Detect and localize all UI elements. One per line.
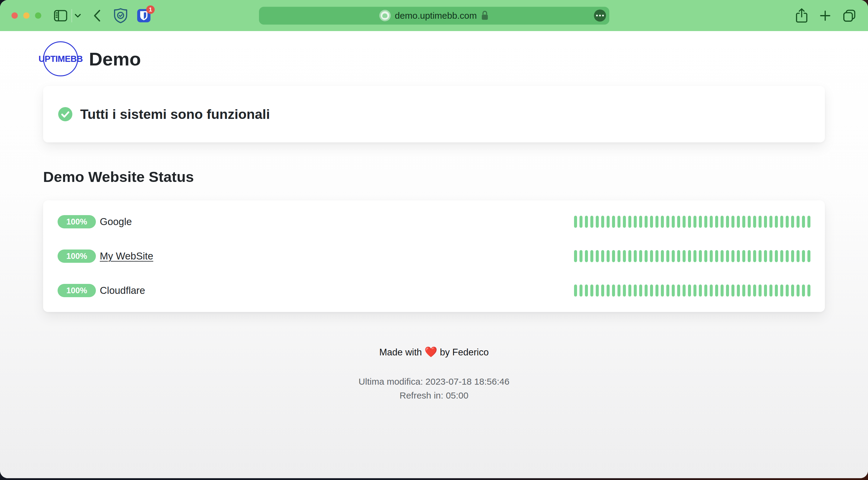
url-text: demo.uptimebb.com bbox=[395, 10, 477, 21]
uptime-bar bbox=[775, 250, 778, 262]
uptime-bar bbox=[607, 250, 610, 262]
uptime-bar bbox=[704, 250, 707, 262]
uptime-bar bbox=[764, 216, 767, 228]
credits-prefix: Made with bbox=[379, 347, 422, 358]
uptime-bar bbox=[791, 284, 794, 297]
uptime-bar bbox=[758, 284, 762, 297]
uptime-bar bbox=[612, 284, 615, 297]
ellipsis-icon[interactable] bbox=[594, 10, 606, 22]
last-update-text: Ultima modifica: 2023-07-18 18:56:46 bbox=[43, 375, 825, 389]
uptime-bar bbox=[650, 216, 653, 228]
uptime-bar bbox=[590, 216, 593, 228]
uptime-bar bbox=[672, 284, 675, 297]
uptime-bar bbox=[693, 284, 696, 297]
uptime-bar bbox=[769, 250, 772, 262]
logo-text: UPTIMEBB bbox=[39, 54, 83, 64]
uptime-bar bbox=[753, 284, 756, 297]
uptime-bar bbox=[607, 216, 610, 228]
monitor-row-cloudflare: 100% Cloudflare bbox=[58, 273, 810, 308]
uptime-bar bbox=[617, 250, 620, 262]
uptime-bar bbox=[650, 284, 653, 297]
toolbar-right-cluster bbox=[796, 8, 868, 23]
uptime-bar bbox=[797, 216, 800, 228]
adguard-shield-icon[interactable] bbox=[114, 8, 127, 24]
uptime-bar bbox=[699, 284, 702, 297]
uptime-bar bbox=[726, 284, 729, 297]
uptime-bar bbox=[634, 216, 637, 228]
lock-icon bbox=[481, 10, 489, 21]
uptime-bar bbox=[617, 216, 620, 228]
uptime-bar bbox=[580, 216, 583, 228]
uptime-bar bbox=[596, 216, 599, 228]
monitor-link[interactable]: My WebSite bbox=[100, 250, 153, 262]
page-content: UPTIMEBB Demo Tutti i sistemi sono funzi… bbox=[0, 31, 868, 478]
uptime-bar bbox=[699, 250, 702, 262]
section-title: Demo Website Status bbox=[43, 168, 825, 185]
uptime-bar bbox=[683, 216, 686, 228]
uptime-bar bbox=[710, 216, 713, 228]
uptime-bar bbox=[617, 284, 620, 297]
uptime-bar bbox=[650, 250, 653, 262]
site-icon bbox=[379, 10, 391, 22]
minimize-button[interactable] bbox=[23, 12, 30, 19]
uptime-bar bbox=[775, 216, 778, 228]
fullscreen-button[interactable] bbox=[35, 12, 41, 19]
new-tab-icon[interactable] bbox=[820, 10, 831, 21]
uptime-bar bbox=[672, 216, 675, 228]
uptime-bar bbox=[634, 284, 637, 297]
uptime-bar bbox=[780, 250, 783, 262]
uptime-bar bbox=[742, 250, 745, 262]
uptime-bar bbox=[737, 250, 740, 262]
uptime-bar bbox=[780, 216, 783, 228]
uptime-bar bbox=[634, 250, 637, 262]
uptime-bar bbox=[655, 284, 658, 297]
refresh-timer-text: Refresh in: 05:00 bbox=[43, 389, 825, 402]
uptime-bar bbox=[737, 284, 740, 297]
uptime-bar bbox=[688, 216, 691, 228]
uptime-bar bbox=[677, 250, 680, 262]
uptime-bar bbox=[623, 250, 626, 262]
uptime-bar bbox=[580, 284, 583, 297]
uptime-bar bbox=[590, 250, 593, 262]
uptime-bar bbox=[666, 250, 669, 262]
uptime-bar bbox=[623, 284, 626, 297]
uptime-bar bbox=[655, 250, 658, 262]
uptime-bar bbox=[710, 250, 713, 262]
uptime-bar bbox=[623, 216, 626, 228]
uptime-bar bbox=[580, 250, 583, 262]
uptime-bar bbox=[715, 250, 718, 262]
check-circle-icon bbox=[58, 107, 72, 121]
sidebar-toggle-icon[interactable] bbox=[54, 10, 67, 22]
uptime-bar bbox=[666, 284, 669, 297]
monitor-row-my-website: 100% My WebSite bbox=[58, 239, 810, 273]
uptime-bar bbox=[742, 284, 745, 297]
uptime-bar bbox=[726, 216, 729, 228]
monitor-name: Google bbox=[100, 216, 132, 228]
uptime-bar bbox=[666, 216, 669, 228]
tabs-overview-icon[interactable] bbox=[843, 9, 856, 22]
uptime-bar bbox=[710, 284, 713, 297]
uptime-bar bbox=[748, 284, 751, 297]
uptime-bar bbox=[693, 250, 696, 262]
credits-line: Made with ❤️ by Federico bbox=[43, 346, 825, 358]
credits-suffix: by Federico bbox=[440, 347, 489, 358]
uptime-bar bbox=[601, 216, 604, 228]
uptime-bar bbox=[683, 284, 686, 297]
close-button[interactable] bbox=[11, 12, 18, 19]
uptime-bar bbox=[628, 250, 631, 262]
uptime-bar bbox=[628, 284, 631, 297]
uptime-bar bbox=[764, 250, 767, 262]
uptime-bar bbox=[715, 216, 718, 228]
share-icon[interactable] bbox=[796, 8, 808, 23]
uptime-bar bbox=[715, 284, 718, 297]
chevron-down-icon[interactable] bbox=[74, 13, 81, 18]
uptime-bar bbox=[720, 284, 723, 297]
uptime-bar bbox=[797, 250, 800, 262]
address-bar[interactable]: demo.uptimebb.com bbox=[259, 7, 609, 24]
uptime-bars bbox=[574, 284, 810, 297]
uptime-bar bbox=[585, 216, 588, 228]
uptime-bar bbox=[791, 216, 794, 228]
bitwarden-shield-icon[interactable]: 1 bbox=[137, 9, 150, 22]
uptime-badge: 100% bbox=[58, 249, 96, 263]
back-icon[interactable] bbox=[93, 9, 101, 22]
